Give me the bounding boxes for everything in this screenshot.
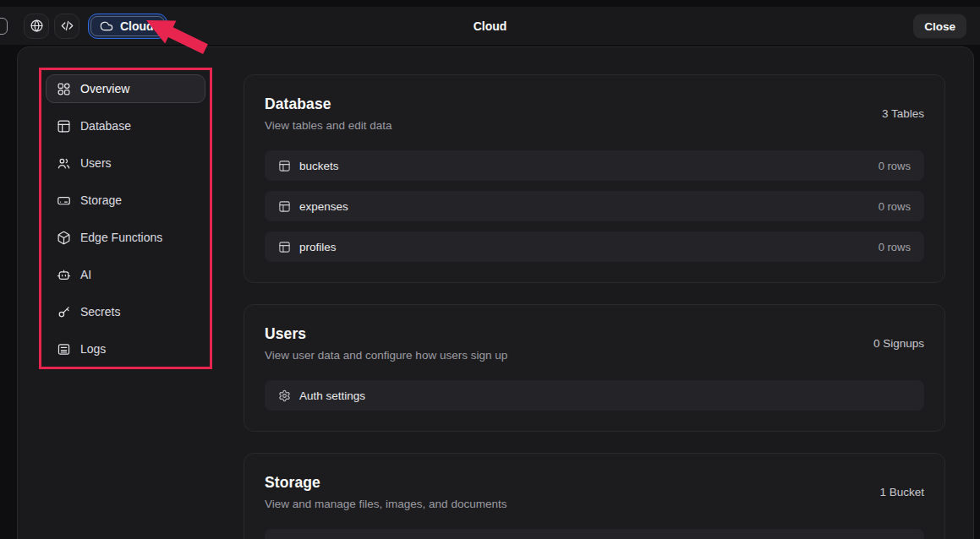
- card-header: Storage View and manage files, images, a…: [265, 474, 924, 510]
- row-label: expenses: [299, 200, 348, 213]
- card-title: Database: [265, 95, 392, 113]
- table-icon: [278, 160, 291, 172]
- row-label: profiles: [299, 241, 337, 253]
- cloud-icon: [100, 19, 113, 33]
- cloud-button-inner: Cloud: [90, 16, 165, 36]
- sidebar-item-label: Users: [80, 156, 112, 170]
- row-buckets[interactable]: buckets 0 rows: [265, 150, 924, 181]
- card-count: 0 Signups: [873, 337, 924, 350]
- card-title-block: Storage View and manage files, images, a…: [265, 474, 506, 510]
- card-title-block: Users View user data and configure how u…: [265, 325, 507, 362]
- card-subtitle: View and manage files, images, and docum…: [265, 498, 506, 510]
- sidebar-item-label: Storage: [80, 193, 122, 207]
- sidebar-item-label: Secrets: [80, 305, 120, 318]
- close-button[interactable]: Close: [913, 14, 966, 38]
- card-count: 1 Bucket: [879, 486, 924, 498]
- code-icon: [60, 19, 74, 33]
- card-rows: [265, 529, 924, 539]
- card-title-block: Database View tables and edit data: [265, 95, 392, 132]
- row-value: 0 rows: [879, 160, 911, 172]
- card-title: Users: [265, 325, 507, 343]
- card-subtitle: View user data and configure how users s…: [265, 349, 507, 362]
- card-header: Users View user data and configure how u…: [265, 325, 924, 362]
- table-icon: [278, 200, 291, 213]
- main-content: Database View tables and edit data 3 Tab…: [243, 47, 973, 539]
- card-row[interactable]: [265, 529, 924, 539]
- card-title: Storage: [265, 474, 506, 492]
- card-rows: buckets 0 rows expenses 0 rows profiles …: [265, 150, 924, 262]
- row-expenses[interactable]: expenses 0 rows: [265, 191, 924, 221]
- sidebar-item-label: Database: [80, 119, 131, 133]
- sidebar-item-overview[interactable]: Overview: [46, 74, 205, 103]
- sidebar-item-edge-functions[interactable]: Edge Functions: [46, 223, 205, 252]
- card-header: Database View tables and edit data 3 Tab…: [265, 95, 924, 132]
- sidebar-item-storage[interactable]: Storage: [46, 186, 205, 215]
- logs-icon: [57, 342, 71, 357]
- code-view-button[interactable]: [54, 14, 79, 39]
- drive-icon: [57, 193, 71, 208]
- cloud-button-label: Cloud: [120, 19, 154, 33]
- sidebar-item-ai[interactable]: AI: [46, 260, 205, 289]
- globe-icon: [30, 19, 44, 33]
- grid-icon: [57, 82, 71, 96]
- row-profiles[interactable]: profiles 0 rows: [265, 231, 924, 262]
- row-value: 0 rows: [879, 200, 911, 213]
- card-rows: Auth settings: [265, 380, 924, 411]
- card-database: Database View tables and edit data 3 Tab…: [244, 74, 945, 283]
- gear-icon: [278, 389, 291, 402]
- sidebar-item-secrets[interactable]: Secrets: [46, 297, 205, 326]
- row-label: Auth settings: [299, 389, 365, 402]
- table-icon: [57, 119, 71, 133]
- card-users: Users View user data and configure how u…: [244, 304, 945, 432]
- key-icon: [57, 305, 71, 319]
- page-title: Cloud: [474, 19, 507, 33]
- sidebar-item-label: AI: [80, 268, 91, 281]
- device-preview-icon: [0, 18, 8, 35]
- cloud-panel: Overview Database Users Storage Edge Fun…: [17, 46, 974, 539]
- card-count: 3 Tables: [882, 107, 924, 120]
- cube-icon: [57, 231, 71, 245]
- globe-button[interactable]: [24, 14, 49, 39]
- table-icon: [278, 241, 291, 253]
- sidebar-item-database[interactable]: Database: [46, 112, 205, 140]
- bot-icon: [57, 268, 71, 282]
- row-auth-settings[interactable]: Auth settings: [265, 380, 924, 411]
- cloud-button[interactable]: Cloud: [88, 14, 167, 39]
- sidebar-item-users[interactable]: Users: [46, 149, 205, 177]
- sidebar-item-logs[interactable]: Logs: [46, 335, 205, 363]
- users-icon: [57, 156, 71, 171]
- sidebar-item-label: Edge Functions: [80, 231, 162, 244]
- card-storage: Storage View and manage files, images, a…: [244, 453, 945, 539]
- sidebar: Overview Database Users Storage Edge Fun…: [18, 47, 243, 539]
- row-label: buckets: [299, 160, 339, 172]
- sidebar-navigation: Overview Database Users Storage Edge Fun…: [39, 68, 212, 369]
- card-subtitle: View tables and edit data: [265, 119, 392, 132]
- toolbar-left-group: Cloud: [24, 7, 167, 45]
- sidebar-item-label: Overview: [80, 82, 129, 95]
- row-value: 0 rows: [879, 241, 911, 253]
- sidebar-item-label: Logs: [80, 342, 106, 356]
- top-toolbar: Cloud Cloud Close: [0, 7, 980, 45]
